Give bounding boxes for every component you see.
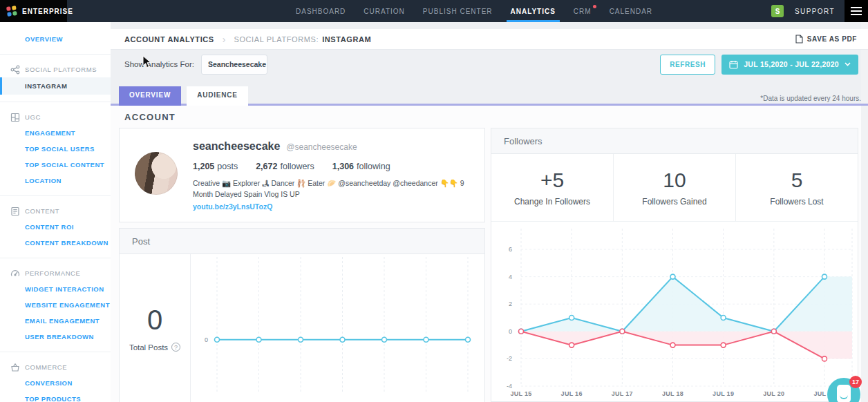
svg-text:-2: -2 [507, 355, 512, 362]
sidebar-section-performance: PERFORMANCE [0, 265, 111, 281]
stat-value: 5 [791, 169, 803, 192]
total-posts-stat: 0 Total Posts ? [120, 254, 191, 402]
account-section-heading: ACCOUNT [124, 112, 176, 122]
svg-text:JUL 19: JUL 19 [713, 390, 734, 397]
sidebar-item-label: TOP SOCIAL CONTENT [25, 161, 104, 169]
sidebar-item-top-social-users[interactable]: TOP SOCIAL USERS [0, 141, 111, 157]
sidebar-item-overview[interactable]: OVERVIEW [0, 31, 111, 47]
help-icon[interactable]: ? [171, 343, 180, 352]
sidebar-item-label: LOCATION [25, 177, 62, 184]
sidebar-item-label: CONTENT ROI [25, 223, 74, 231]
sidebar-item-label: ENGAGEMENT [25, 129, 75, 137]
tab-audience[interactable]: AUDIENCE [187, 86, 248, 104]
svg-text:JUL 20: JUL 20 [763, 390, 784, 397]
stat-followers-gained: 10 Followers Gained [614, 154, 736, 221]
tab-bar: OVERVIEW AUDIENCE [119, 86, 248, 104]
sidebar-item-instagram-label: INSTAGRAM [25, 82, 67, 90]
calendar-icon [729, 60, 738, 69]
tab-overview[interactable]: OVERVIEW [119, 86, 181, 104]
sidebar-section-social-platforms: SOCIAL PLATFORMS [0, 61, 111, 77]
breadcrumb: ACCOUNT ANALYTICS › SOCIAL PLATFORMS: IN… [111, 29, 868, 50]
svg-text:4: 4 [509, 274, 512, 280]
post-panel-body: 0 Total Posts ? 0 [120, 254, 484, 402]
sidebar-item-label: WIDGET INTERACTION [25, 285, 104, 293]
nav-item-curation[interactable]: CURATION [364, 0, 404, 22]
gauge-icon [10, 269, 20, 278]
sidebar-item-conversion[interactable]: CONVERSION [0, 375, 111, 391]
account-username: seancheesecake [193, 140, 280, 153]
sidebar-section-label: CONTENT [25, 207, 59, 215]
svg-text:JUL 18: JUL 18 [662, 390, 683, 397]
account-stats: 1,205posts 2,672followers 1,306following [193, 162, 390, 171]
followers-stats: +5 Change In Followers 10 Followers Gain… [491, 154, 858, 222]
followers-panel-header: Followers [491, 128, 858, 154]
account-card: seancheesecake @seancheesecake 1,205post… [119, 128, 485, 222]
hamburger-menu-icon[interactable] [845, 0, 868, 22]
user-avatar-badge[interactable]: S [771, 5, 784, 17]
sidebar-section-label: UGC [25, 113, 41, 121]
save-as-pdf-button[interactable]: SAVE AS PDF [795, 35, 857, 44]
sidebar-item-overview-label: OVERVIEW [25, 35, 63, 43]
page-scrollbar[interactable] [861, 22, 868, 402]
brand[interactable]: ENTERPRISE [0, 0, 67, 22]
sidebar-item-top-social-content[interactable]: TOP SOCIAL CONTENT [0, 157, 111, 173]
nav-item-dashboard[interactable]: DASHBOARD [296, 0, 346, 22]
svg-text:JUL 15: JUL 15 [510, 390, 531, 397]
stat-following: 1,306following [332, 162, 390, 171]
divider [0, 258, 111, 258]
sidebar-item-content-breakdown[interactable]: CONTENT BREAKDOWN [0, 235, 111, 251]
document-icon [795, 35, 803, 44]
stat-followers-value: 2,672 [256, 162, 277, 171]
sidebar-item-instagram[interactable]: INSTAGRAM [0, 77, 111, 95]
svg-text:6: 6 [509, 246, 512, 253]
account-handle: @seancheesecake [286, 142, 357, 152]
chat-unread-badge: 17 [849, 376, 862, 388]
stat-followers: 2,672followers [256, 162, 314, 171]
sidebar-item-widget-interaction[interactable]: WIDGET INTERACTION [0, 281, 111, 297]
nav-item-analytics[interactable]: ANALYTICS [511, 0, 556, 22]
basket-icon [10, 363, 20, 372]
nav-item-publish-center[interactable]: PUBLISH CENTER [423, 0, 493, 22]
nav-item-crm[interactable]: CRM [574, 0, 592, 22]
breadcrumb-social-platforms: SOCIAL PLATFORMS: [234, 35, 319, 44]
svg-text:0: 0 [509, 328, 512, 335]
mouse-cursor [142, 55, 153, 69]
sidebar-item-user-breakdown[interactable]: USER BREAKDOWN [0, 329, 111, 345]
chevron-right-icon: › [223, 35, 226, 44]
nav-right: S SUPPORT [771, 0, 868, 22]
breadcrumb-account-analytics[interactable]: ACCOUNT ANALYTICS [124, 35, 214, 44]
followers-line-chart: 6420-2-4JUL 15JUL 16JUL 17JUL 18JUL 19JU… [491, 222, 858, 401]
account-selector-dropdown[interactable]: Seancheesecake [201, 55, 267, 75]
account-bio-link[interactable]: youtu.be/z3yLnsUTozQ [193, 202, 272, 211]
total-posts-label: Total Posts [129, 343, 168, 352]
stat-following-value: 1,306 [332, 162, 354, 171]
avatar[interactable] [135, 152, 178, 195]
save-as-pdf-label: SAVE AS PDF [807, 35, 857, 43]
brand-name: ENTERPRISE [22, 8, 73, 15]
sidebar-item-content-roi[interactable]: CONTENT ROI [0, 219, 111, 235]
enterprise-logo-icon [6, 6, 17, 17]
account-selector-value: Seancheesecake [208, 60, 266, 68]
stat-followers-label: followers [280, 162, 314, 171]
nav-item-calendar[interactable]: CALENDAR [610, 0, 652, 22]
sidebar-item-website-engagement[interactable]: WEBSITE ENGAGEMENT [0, 297, 111, 313]
sidebar-item-label: WEBSITE ENGAGEMENT [25, 301, 110, 309]
sidebar-item-location[interactable]: LOCATION [0, 173, 111, 189]
sidebar-item-engagement[interactable]: ENGAGEMENT [0, 125, 111, 141]
sidebar-item-label: USER BREAKDOWN [25, 333, 94, 341]
refresh-button[interactable]: REFRESH [660, 55, 715, 75]
sidebar-item-top-products[interactable]: TOP PRODUCTS [0, 391, 111, 402]
support-link[interactable]: SUPPORT [795, 8, 835, 15]
data-update-notice: *Data is updated every 24 hours. [760, 95, 861, 102]
divider [0, 102, 111, 102]
svg-text:0: 0 [205, 336, 208, 343]
svg-text:2: 2 [509, 300, 512, 307]
date-range-button[interactable]: JUL 15,2020 - JUL 22,2020 [721, 55, 858, 75]
sidebar-section-ugc: UGC [0, 109, 111, 125]
divider [0, 352, 111, 352]
account-bio: Creative 📷 Explorer 🏞 Dancer 🩰 Eater 🥟 @… [193, 178, 475, 200]
svg-text:-4: -4 [507, 383, 512, 390]
chevron-down-icon [845, 62, 851, 66]
sidebar-item-email-engagement[interactable]: EMAIL ENGAGEMENT [0, 313, 111, 329]
sidebar-item-label: TOP PRODUCTS [25, 395, 81, 402]
